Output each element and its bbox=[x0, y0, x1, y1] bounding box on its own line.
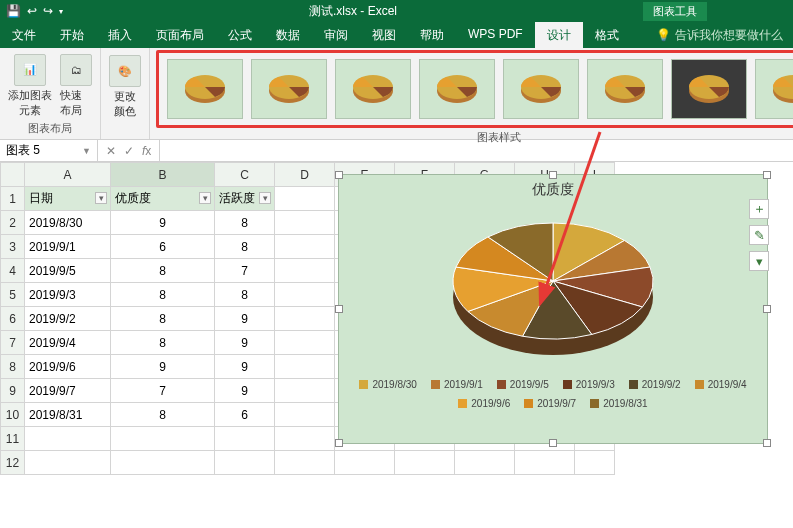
cell-E12[interactable] bbox=[335, 451, 395, 475]
chart-style-thumb-5[interactable] bbox=[503, 59, 579, 119]
legend-item-5[interactable]: 2019/9/4 bbox=[695, 379, 747, 390]
row-header-9[interactable]: 9 bbox=[1, 379, 25, 403]
row-header-12[interactable]: 12 bbox=[1, 451, 25, 475]
cell-D1[interactable] bbox=[275, 187, 335, 211]
column-header-B[interactable]: B bbox=[111, 163, 215, 187]
filter-dropdown-icon[interactable]: ▾ bbox=[95, 192, 107, 204]
row-header-5[interactable]: 5 bbox=[1, 283, 25, 307]
cell-A6[interactable]: 2019/9/2 bbox=[25, 307, 111, 331]
cell-D7[interactable] bbox=[275, 331, 335, 355]
cell-A8[interactable]: 2019/9/6 bbox=[25, 355, 111, 379]
cell-A11[interactable] bbox=[25, 427, 111, 451]
cell-B5[interactable]: 8 bbox=[111, 283, 215, 307]
chart-legend[interactable]: 2019/8/302019/9/12019/9/52019/9/32019/9/… bbox=[339, 373, 767, 415]
tab-review[interactable]: 审阅 bbox=[312, 22, 360, 48]
cell-D8[interactable] bbox=[275, 355, 335, 379]
row-header-3[interactable]: 3 bbox=[1, 235, 25, 259]
column-header-A[interactable]: A bbox=[25, 163, 111, 187]
legend-item-2[interactable]: 2019/9/5 bbox=[497, 379, 549, 390]
cell-D4[interactable] bbox=[275, 259, 335, 283]
chart-style-thumb-3[interactable] bbox=[335, 59, 411, 119]
tab-data[interactable]: 数据 bbox=[264, 22, 312, 48]
cell-C6[interactable]: 9 bbox=[215, 307, 275, 331]
cell-D6[interactable] bbox=[275, 307, 335, 331]
cell-A4[interactable]: 2019/9/5 bbox=[25, 259, 111, 283]
chart-plot-area[interactable] bbox=[339, 199, 767, 373]
redo-icon[interactable]: ↪ bbox=[43, 4, 53, 18]
undo-icon[interactable]: ↩ bbox=[27, 4, 37, 18]
cell-B7[interactable]: 8 bbox=[111, 331, 215, 355]
tab-insert[interactable]: 插入 bbox=[96, 22, 144, 48]
cell-C12[interactable] bbox=[215, 451, 275, 475]
cell-C3[interactable]: 8 bbox=[215, 235, 275, 259]
cell-C7[interactable]: 9 bbox=[215, 331, 275, 355]
embedded-chart[interactable]: 优质度 2019/8/302019/9/12019/9/52019/9/3201… bbox=[338, 174, 768, 444]
cell-A12[interactable] bbox=[25, 451, 111, 475]
chart-filters-button[interactable]: ▾ bbox=[749, 251, 769, 271]
cell-C8[interactable]: 9 bbox=[215, 355, 275, 379]
cell-D10[interactable] bbox=[275, 403, 335, 427]
row-header-7[interactable]: 7 bbox=[1, 331, 25, 355]
row-header-10[interactable]: 10 bbox=[1, 403, 25, 427]
chart-styles-button[interactable]: ✎ bbox=[749, 225, 769, 245]
header-cell-A[interactable]: 日期▾ bbox=[25, 187, 111, 211]
row-header-1[interactable]: 1 bbox=[1, 187, 25, 211]
cell-C10[interactable]: 6 bbox=[215, 403, 275, 427]
column-header-C[interactable]: C bbox=[215, 163, 275, 187]
cell-A5[interactable]: 2019/9/3 bbox=[25, 283, 111, 307]
cell-B4[interactable]: 8 bbox=[111, 259, 215, 283]
header-cell-B[interactable]: 优质度▾ bbox=[111, 187, 215, 211]
cell-B12[interactable] bbox=[111, 451, 215, 475]
cell-D9[interactable] bbox=[275, 379, 335, 403]
cell-D12[interactable] bbox=[275, 451, 335, 475]
row-header-8[interactable]: 8 bbox=[1, 355, 25, 379]
cell-A7[interactable]: 2019/9/4 bbox=[25, 331, 111, 355]
chart-style-thumb-2[interactable] bbox=[251, 59, 327, 119]
legend-item-8[interactable]: 2019/8/31 bbox=[590, 398, 648, 409]
tab-view[interactable]: 视图 bbox=[360, 22, 408, 48]
enter-icon[interactable]: ✓ bbox=[124, 144, 134, 158]
header-cell-C[interactable]: 活跃度▾ bbox=[215, 187, 275, 211]
cell-C4[interactable]: 7 bbox=[215, 259, 275, 283]
cell-B3[interactable]: 6 bbox=[111, 235, 215, 259]
tab-help[interactable]: 帮助 bbox=[408, 22, 456, 48]
cell-B10[interactable]: 8 bbox=[111, 403, 215, 427]
legend-item-7[interactable]: 2019/9/7 bbox=[524, 398, 576, 409]
chart-styles-gallery[interactable] bbox=[156, 50, 793, 128]
legend-item-6[interactable]: 2019/9/6 bbox=[458, 398, 510, 409]
tab-format[interactable]: 格式 bbox=[583, 22, 631, 48]
cell-D11[interactable] bbox=[275, 427, 335, 451]
cell-B8[interactable]: 9 bbox=[111, 355, 215, 379]
cell-I12[interactable] bbox=[575, 451, 615, 475]
cell-B2[interactable]: 9 bbox=[111, 211, 215, 235]
chart-style-thumb-1[interactable] bbox=[167, 59, 243, 119]
column-header-D[interactable]: D bbox=[275, 163, 335, 187]
cell-A10[interactable]: 2019/8/31 bbox=[25, 403, 111, 427]
cell-A2[interactable]: 2019/8/30 bbox=[25, 211, 111, 235]
chart-style-thumb-4[interactable] bbox=[419, 59, 495, 119]
legend-item-3[interactable]: 2019/9/3 bbox=[563, 379, 615, 390]
cell-H12[interactable] bbox=[515, 451, 575, 475]
add-chart-element-button[interactable]: 📊 添加图表 元素 bbox=[8, 54, 52, 118]
cell-B11[interactable] bbox=[111, 427, 215, 451]
cancel-icon[interactable]: ✕ bbox=[106, 144, 116, 158]
cell-B9[interactable]: 7 bbox=[111, 379, 215, 403]
cell-D3[interactable] bbox=[275, 235, 335, 259]
tell-me[interactable]: 💡 告诉我你想要做什么 bbox=[646, 22, 793, 48]
row-header-11[interactable]: 11 bbox=[1, 427, 25, 451]
row-header-4[interactable]: 4 bbox=[1, 259, 25, 283]
row-header-6[interactable]: 6 bbox=[1, 307, 25, 331]
chart-elements-button[interactable]: ＋ bbox=[749, 199, 769, 219]
tab-design[interactable]: 设计 bbox=[535, 22, 583, 48]
chart-style-thumb-7[interactable] bbox=[671, 59, 747, 119]
cell-B6[interactable]: 8 bbox=[111, 307, 215, 331]
legend-item-4[interactable]: 2019/9/2 bbox=[629, 379, 681, 390]
tab-wps-pdf[interactable]: WPS PDF bbox=[456, 22, 535, 48]
cell-C11[interactable] bbox=[215, 427, 275, 451]
cell-C5[interactable]: 8 bbox=[215, 283, 275, 307]
filter-dropdown-icon[interactable]: ▾ bbox=[259, 192, 271, 204]
legend-item-0[interactable]: 2019/8/30 bbox=[359, 379, 417, 390]
save-icon[interactable]: 💾 bbox=[6, 4, 21, 18]
cell-G12[interactable] bbox=[455, 451, 515, 475]
quick-layout-button[interactable]: 🗂 快速布局 bbox=[60, 54, 92, 118]
